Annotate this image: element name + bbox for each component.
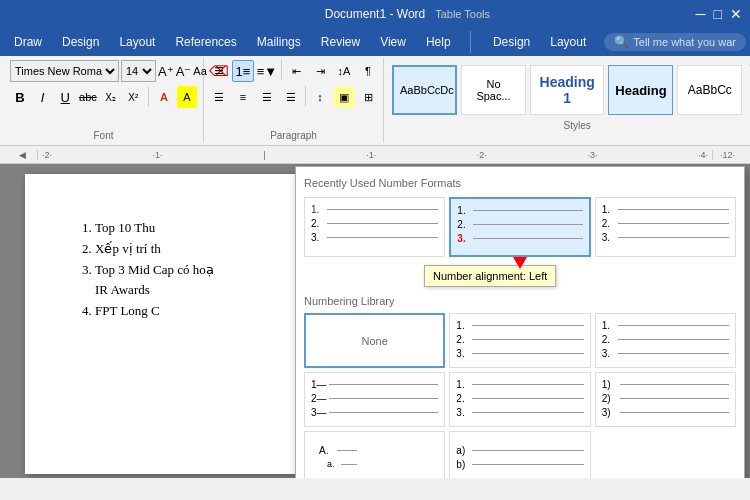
sort-button[interactable]: ↕A [333,60,355,82]
recent-cell-3[interactable]: 1. 2. 3. [595,197,736,257]
table-tools-layout[interactable]: Layout [540,31,596,53]
font-shrink-button[interactable]: A⁻ [176,60,192,82]
subscript-button[interactable]: X₂ [101,86,121,108]
menu-item-review[interactable]: Review [311,31,370,53]
minimize-icon[interactable]: ─ [696,6,706,22]
font-size-dropdown[interactable]: 14 [121,60,156,82]
underline-button[interactable]: U [55,86,75,108]
strikethrough-button[interactable]: abc [78,86,98,108]
justify-button[interactable]: ☰ [280,86,302,108]
align-left-button[interactable]: ☰ [208,86,230,108]
show-marks-button[interactable]: ¶ [357,60,379,82]
borders-button[interactable]: ⊞ [357,86,379,108]
superscript-button[interactable]: X² [123,86,143,108]
maximize-icon[interactable]: □ [714,6,722,22]
table-tools-design[interactable]: Design [483,31,540,53]
style-heading1-button[interactable]: Heading 1 [530,65,604,115]
title-bar: Document1 - Word Table Tools ─ □ ✕ [0,0,750,28]
styles-section-label: Styles [392,120,750,131]
numbering-button[interactable]: 1≡ [232,60,254,82]
close-icon[interactable]: ✕ [730,6,742,22]
align-right-button[interactable]: ☰ [256,86,278,108]
tell-me-text: Tell me what you war [633,36,736,48]
line-spacing-button[interactable]: ↕ [309,86,331,108]
style-heading-button[interactable]: Heading [608,65,673,115]
bold-button[interactable]: B [10,86,30,108]
style-normal-button[interactable]: AaBbCcDc [392,65,457,115]
ribbon: Times New Roma 14 A⁺ A⁻ Aa ⌫ B I U abc X… [0,56,750,146]
style-no-spacing-button[interactable]: No Spac... [461,65,526,115]
library-cell-1[interactable]: 1. 2. 3. [449,313,590,368]
italic-button[interactable]: I [33,86,53,108]
increase-indent-button[interactable]: ⇥ [309,60,331,82]
paragraph-section: ≡ 1≡ ≡▼ ⇤ ⇥ ↕A ¶ ☰ ≡ ☰ ☰ ↕ ▣ ⊞ Paragraph [204,58,384,143]
paragraph-section-label: Paragraph [208,130,379,141]
library-cell-5[interactable]: 1) 2) 3) [595,372,736,427]
styles-section: AaBbCcDc No Spac... Heading 1 Heading Aa… [384,58,750,143]
recent-cell-1[interactable]: 1. 2. 3. [304,197,445,257]
menu-item-design[interactable]: Design [52,31,109,53]
recently-used-title: Recently Used Number Formats [304,175,736,191]
bullets-button[interactable]: ≡ [208,60,230,82]
menu-bar: Draw Design Layout References Mailings R… [0,28,750,56]
menu-item-layout[interactable]: Layout [109,31,165,53]
table-tools-label: Table Tools [435,8,490,20]
menu-item-references[interactable]: References [165,31,246,53]
library-cell-3[interactable]: 1— 2— 3— [304,372,445,427]
title-text: Document1 - Word [325,7,425,21]
font-name-dropdown[interactable]: Times New Roma [10,60,119,82]
search-icon: 🔍 [614,35,629,49]
align-center-button[interactable]: ≡ [232,86,254,108]
menu-item-view[interactable]: View [370,31,416,53]
tooltip-box: Number alignment: Left [424,265,556,287]
main-content: FPT Retail được v Top 10 Thulần thứ 9 li… [0,164,750,478]
shading-button[interactable]: ▣ [333,86,355,108]
library-cell-6[interactable]: A. a. [304,431,445,478]
ruler: ◀ ·2··1·|·1··2··3··4· ·12· [0,146,750,164]
font-section: Times New Roma 14 A⁺ A⁻ Aa ⌫ B I U abc X… [4,58,204,143]
text-color-button[interactable]: A [154,86,174,108]
library-grid: None 1. 2. 3. 1. 2. 3. 1— 2— [304,313,736,478]
font-section-label: Font [10,130,197,141]
font-grow-button[interactable]: A⁺ [158,60,174,82]
numbering-dropdown: Recently Used Number Formats 1. 2. 3. [295,166,745,478]
recent-cell-2[interactable]: 1. 2. 3. [449,197,590,257]
library-cell-7[interactable]: a) b) [449,431,590,478]
menu-item-draw[interactable]: Draw [4,31,52,53]
decrease-indent-button[interactable]: ⇤ [285,60,307,82]
multilevel-button[interactable]: ≡▼ [256,60,278,82]
highlight-button[interactable]: A [177,86,197,108]
recently-used-grid: 1. 2. 3. 1. 2. [304,197,736,257]
library-cell-4[interactable]: 1. 2. 3. [449,372,590,427]
library-cell-2[interactable]: 1. 2. 3. [595,313,736,368]
styles-more-button[interactable]: ▼ [746,60,750,78]
menu-item-mailings[interactable]: Mailings [247,31,311,53]
style-heading2-button[interactable]: AaBbCc [677,65,742,115]
tooltip-arrow [513,257,527,269]
library-title: Numbering Library [304,295,736,307]
library-none-cell[interactable]: None [304,313,445,368]
menu-item-help[interactable]: Help [416,31,461,53]
